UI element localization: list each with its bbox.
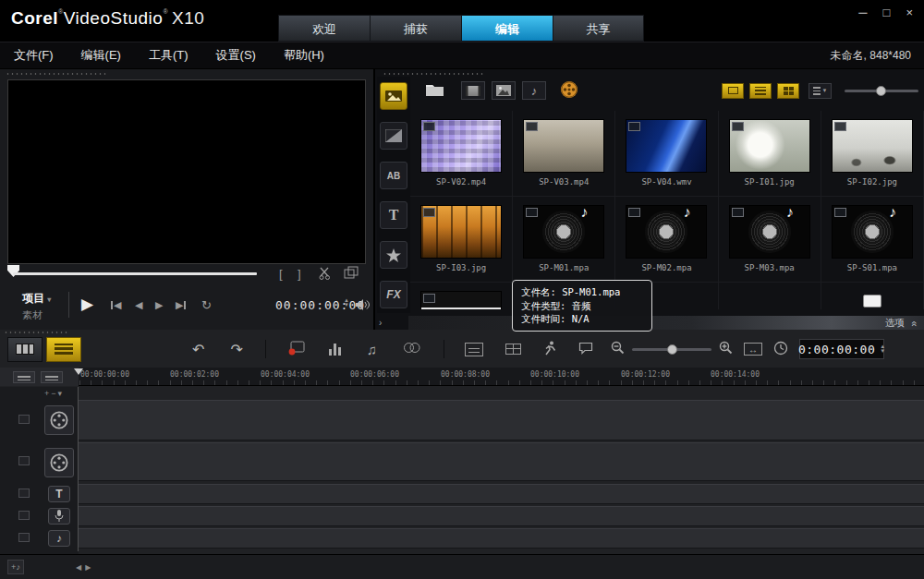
auto-music-button[interactable]: ♫ [367,342,377,357]
library-item[interactable]: SP-V04.wmv [615,111,718,197]
motion-tracking-button[interactable] [543,341,556,358]
filter-videos-button[interactable] [461,81,485,100]
record-capture-button[interactable] [286,341,305,358]
library-item[interactable]: ♪ SP-M03.mpa [719,197,821,283]
scrubber-handle[interactable] [7,265,19,277]
fit-timeline-button[interactable]: ↔ [744,343,762,356]
view-grid-button[interactable] [777,83,799,99]
close-button[interactable]: × [906,6,913,19]
time-scale-button[interactable] [773,341,788,358]
overlay-track-button[interactable] [44,448,74,477]
browse-folder-button[interactable] [425,82,444,100]
library-item[interactable]: SP-V03.mp4 [513,111,615,197]
thumbnail-video[interactable] [420,291,502,309]
overlay-track-lane[interactable] [79,442,924,481]
playback-mode-toggle[interactable]: 项目 ▾ 素材 [22,291,51,322]
tab-share[interactable]: 共享 [553,15,644,42]
thumbnail-photo[interactable] [729,119,810,173]
previous-frame-button[interactable]: ◀ [135,299,142,311]
split-screen-template-button[interactable] [505,344,521,355]
music-track-button[interactable]: ♪ [48,530,70,547]
library-item[interactable]: SP-I02.jpg [821,111,924,197]
library-item[interactable]: ♪ SP-M01.mpa [513,197,615,283]
title-ab-category-button[interactable]: AB [380,162,407,189]
filter-3d-button[interactable] [560,80,578,102]
collapse-chevrons-icon[interactable]: « [908,320,919,325]
mark-out-button[interactable]: ] [298,267,301,281]
track-transparency-button[interactable] [403,342,421,356]
overlay-track-toggle-icon[interactable] [18,456,30,465]
view-list-button[interactable] [749,83,772,99]
view-thumbnail-button[interactable] [722,83,744,99]
preview-timecode[interactable]: 00:00:00:00 [275,298,365,312]
tab-welcome[interactable]: 欢迎 [278,15,370,42]
mode-project-label[interactable]: 项目 [22,292,44,305]
scroll-right-button[interactable]: ▶ [85,563,91,572]
video-track-lane[interactable] [79,400,924,440]
storyboard-view-button[interactable] [7,337,43,362]
scroll-left-button[interactable]: ◀ [76,563,81,572]
maximize-button[interactable]: □ [883,6,891,19]
end-button[interactable]: ▶ [176,299,186,311]
timecode-spinner[interactable]: ▲ ▼ [880,344,885,354]
sound-mixer-button[interactable] [329,344,341,356]
menu-edit[interactable]: 编辑(E) [67,47,135,64]
thumbnail-audio[interactable]: ♪ [832,205,913,259]
add-music-track-button[interactable]: +♪ [7,560,24,574]
filter-category-button[interactable]: FX [380,281,407,308]
voice-track-lane[interactable] [79,506,924,526]
thumbnail-audio[interactable]: ♪ [626,205,707,259]
home-button[interactable]: ◀ [111,299,121,311]
menu-tools[interactable]: 工具(T) [135,47,202,64]
library-item[interactable] [410,283,513,309]
remove-track-icon[interactable]: − [51,389,57,398]
timecode-value[interactable]: 0:00:00:00 [798,343,875,356]
timeline-view-button[interactable] [46,337,81,362]
timeline-timecode[interactable]: 0:00:00:00 ▲ ▼ [799,339,884,359]
filter-photos-button[interactable] [492,81,516,100]
title-track-lane[interactable] [79,484,924,504]
voice-track-button[interactable] [48,508,70,525]
thumbnail-photo[interactable] [832,119,913,173]
redo-button[interactable]: ↷ [230,341,242,358]
split-clip-button[interactable] [318,266,333,283]
timecode-spinner[interactable]: ▲ ▼ [344,298,349,308]
zoom-in-button[interactable] [719,341,733,357]
thumbnail-video[interactable] [420,119,502,173]
media-category-button[interactable] [380,82,407,110]
filter-audio-button[interactable]: ♪ [522,81,546,100]
sort-button[interactable]: ▼ [808,83,832,99]
scrubber-track[interactable] [13,272,257,275]
title-track-button[interactable]: T [48,486,70,502]
thumbnail-size-slider[interactable] [845,90,918,92]
panel-drag-handle[interactable] [6,72,107,76]
repeat-button[interactable]: ↻ [201,298,212,312]
play-button[interactable]: ▶ [81,295,93,314]
library-item[interactable]: SP-I01.jpg [719,111,821,197]
timeline-ruler[interactable]: 00:00:00:00 00:00:02:00 00:00:04:00 00:0… [0,368,924,386]
speech-bubble-button[interactable] [578,342,594,357]
voice-track-toggle-icon[interactable] [18,511,30,520]
thumbnail-video[interactable] [626,119,707,173]
thumbnail-audio[interactable]: ♪ [523,205,604,259]
track-list-toggle-button[interactable] [13,371,35,383]
options-label[interactable]: 选项 [885,317,905,330]
undo-button[interactable]: ↶ [192,341,204,358]
timeline-zoom-slider[interactable] [632,348,711,351]
tab-capture[interactable]: 捕获 [370,15,461,42]
music-track-toggle-icon[interactable] [18,533,30,542]
library-item[interactable]: ♪ SP-S01.mpa [821,197,924,283]
chevron-down-icon[interactable]: ▾ [58,389,65,398]
playhead-marker[interactable] [74,368,83,375]
next-frame-button[interactable]: ▶ [155,299,163,311]
menu-settings[interactable]: 设置(S) [202,47,270,64]
expand-strip-button[interactable]: › [379,318,382,328]
spin-down-icon[interactable]: ▼ [880,349,885,354]
video-track-toggle-icon[interactable] [18,415,30,424]
slider-knob[interactable] [667,344,677,355]
graphic-category-button[interactable] [380,241,407,269]
track-view-toggle-button[interactable] [41,371,63,383]
library-item[interactable]: SP-I03.jpg [410,197,513,283]
mode-clip-label[interactable]: 素材 [22,308,51,322]
options-bar[interactable]: 选项 « [408,316,924,330]
